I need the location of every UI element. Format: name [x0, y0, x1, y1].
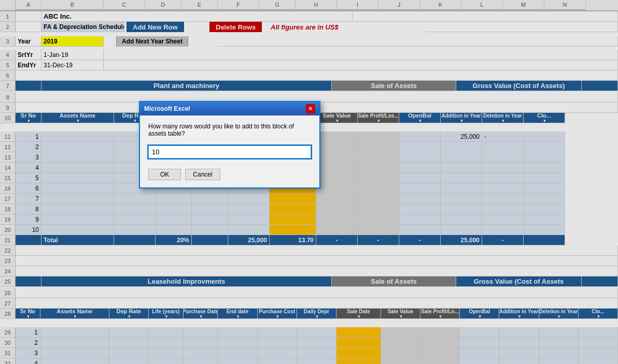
dialog-title: Microsoft Excel — [144, 105, 190, 112]
dialog-overlay: Microsoft Excel ✕ How many rows would yo… — [0, 0, 618, 364]
excel-dialog: Microsoft Excel ✕ How many rows would yo… — [139, 101, 320, 188]
spreadsheet-container: A B C D E F G H I J K L M N 1 ABC Inc. 2… — [0, 0, 618, 364]
dialog-cancel-button[interactable]: Cancel — [185, 169, 220, 180]
dialog-message: How many rows would you like to add to t… — [148, 123, 311, 137]
dialog-close-button[interactable]: ✕ — [306, 104, 315, 113]
dialog-titlebar: Microsoft Excel ✕ — [140, 102, 319, 115]
dialog-ok-button[interactable]: OK — [148, 169, 181, 180]
dialog-input[interactable] — [148, 145, 311, 158]
dialog-body: How many rows would you like to add to t… — [140, 115, 319, 187]
